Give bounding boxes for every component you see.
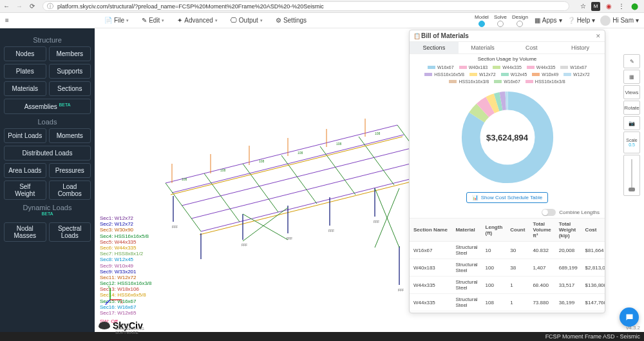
table-header: Count bbox=[506, 219, 529, 242]
file-menu[interactable]: 📄 File▾ bbox=[98, 13, 135, 28]
ext-icon-1[interactable]: M bbox=[591, 2, 600, 11]
star-icon[interactable]: ☆ bbox=[578, 2, 587, 11]
toolstrip: ✎ ▦ Views Rotate 📷 Scale 0.5 bbox=[623, 54, 640, 196]
svg-text:X: X bbox=[120, 300, 123, 304]
close-icon[interactable]: ✕ bbox=[596, 33, 601, 39]
svg-text:108: 108 bbox=[220, 168, 226, 172]
btn-spectral-loads[interactable]: Spectral Loads bbox=[49, 222, 91, 242]
swatch-item: W44x335 bbox=[493, 65, 522, 70]
url-bar[interactable]: ⓘ platform.skyciv.com/structural/?preloa… bbox=[43, 1, 569, 11]
svg-line-6 bbox=[204, 173, 240, 222]
btn-members[interactable]: Members bbox=[49, 46, 91, 61]
btn-nodal-masses[interactable]: Nodal Masses bbox=[4, 222, 46, 242]
btn-sections[interactable]: Sections bbox=[49, 81, 91, 96]
tool-views[interactable]: Views bbox=[623, 85, 640, 99]
btn-nodes[interactable]: Nodes bbox=[4, 46, 46, 61]
help-menu[interactable]: ❔ Help▾ bbox=[567, 17, 596, 24]
table-row[interactable]: W16x67Structural Steel1824.9002,401$9,80… bbox=[410, 311, 605, 313]
table-header: Length (ft) bbox=[482, 219, 507, 242]
info-icon: ⓘ bbox=[47, 2, 53, 11]
tab-materials[interactable]: Materials bbox=[459, 42, 507, 54]
browser-menu-icon[interactable]: ⋮ bbox=[617, 2, 626, 11]
swatch-item: HSS16x16x5/8 bbox=[424, 72, 464, 77]
tab-history[interactable]: History bbox=[556, 42, 605, 54]
user-menu[interactable]: Hi Sam▾ bbox=[600, 15, 639, 26]
edit-menu[interactable]: ✎ Edit▾ bbox=[135, 13, 171, 28]
forward-icon[interactable]: → bbox=[13, 3, 26, 10]
swatch-item: W16x67 bbox=[428, 65, 454, 70]
btn-assemblies[interactable]: Assemblies BETA bbox=[4, 99, 91, 114]
table-header: Total Weight (kip) bbox=[555, 219, 582, 242]
btn-load-combos[interactable]: Load Combos bbox=[49, 180, 91, 200]
bom-tabs: Sections Materials Cost History bbox=[410, 42, 605, 54]
btn-pressures[interactable]: Pressures bbox=[49, 163, 91, 178]
status-filename: FCSP Moment Frame ASD - Seismic bbox=[545, 333, 640, 340]
table-row[interactable]: W40x183Structural Steel100381,407689,199… bbox=[410, 259, 605, 277]
svg-line-7 bbox=[243, 164, 278, 212]
legend-item: Sec8: W12x45 bbox=[100, 257, 152, 262]
svg-text:FFF: FFF bbox=[374, 220, 379, 224]
tool-camera[interactable]: 📷 bbox=[623, 116, 640, 130]
tool-scale-slider[interactable] bbox=[623, 155, 640, 196]
cloud-icon bbox=[99, 322, 110, 329]
btn-moments[interactable]: Moments bbox=[49, 128, 91, 143]
swatch-item: W16x67 bbox=[560, 65, 587, 70]
swatch-item: HSS16x16x3/8 bbox=[449, 79, 489, 84]
btn-area-loads[interactable]: Area Loads bbox=[4, 163, 46, 178]
tool-pencil[interactable]: ✎ bbox=[623, 54, 640, 68]
legend-item: Sec17: W12x65 bbox=[100, 310, 152, 316]
sidebar-loads-title: Loads bbox=[4, 118, 91, 126]
legend-item: Sec3: W30x90 bbox=[100, 227, 152, 233]
bom-title: Bill of Materials bbox=[421, 32, 596, 39]
legend-item: Sec2: W12x72 bbox=[100, 221, 152, 227]
chat-button[interactable] bbox=[620, 307, 639, 327]
settings-menu[interactable]: ⚙ Settings bbox=[269, 13, 313, 28]
back-icon[interactable]: ← bbox=[0, 3, 13, 10]
table-row[interactable]: W16x67Structural Steel103040.83220,008$8… bbox=[410, 242, 605, 259]
btn-point-loads[interactable]: Point Loads bbox=[4, 128, 46, 143]
show-cost-button[interactable]: 📊 Show Cost Schedule Table bbox=[466, 192, 548, 203]
mode-design[interactable]: Design bbox=[511, 14, 529, 27]
tool-grid[interactable]: ▦ bbox=[623, 70, 640, 84]
svg-line-0 bbox=[166, 125, 397, 183]
mode-solve[interactable]: Solve bbox=[493, 14, 508, 27]
table-row[interactable]: W44x335Structural Steel108173.88036,199$… bbox=[410, 294, 605, 311]
swatch-item: HSS16x16x3/8 bbox=[526, 79, 565, 84]
menubar: ≡ 📄 File▾ ✎ Edit▾ ✦ Advanced▾ 🖵 Output▾ … bbox=[0, 13, 644, 28]
bom-subtitle: Section Usage by Volume bbox=[410, 54, 605, 64]
btn-supports[interactable]: Supports bbox=[49, 64, 91, 79]
statusbar: FCSP Moment Frame ASD - Seismic bbox=[0, 332, 644, 341]
table-row[interactable]: W44x335Structural Steel100168.40033,517$… bbox=[410, 277, 605, 294]
btn-materials[interactable]: Materials bbox=[4, 81, 46, 96]
output-menu[interactable]: 🖵 Output▾ bbox=[224, 13, 269, 28]
legend-item: Sec9: W10x49 bbox=[100, 263, 152, 269]
svg-line-5 bbox=[166, 183, 201, 231]
svg-text:FFF: FFF bbox=[328, 229, 334, 233]
tab-cost[interactable]: Cost bbox=[507, 42, 556, 54]
swatch-item: W12x72 bbox=[469, 72, 496, 77]
ext-icon-2[interactable]: ◉ bbox=[604, 2, 613, 11]
sidebar: Structure NodesMembers PlatesSupports Ma… bbox=[0, 28, 95, 332]
canvas[interactable]: 108108108 108108108 FFFFFFFFF FFFFFFFFF … bbox=[95, 28, 644, 332]
swatch-item: W40x183 bbox=[459, 65, 488, 70]
tab-sections[interactable]: Sections bbox=[410, 42, 459, 54]
reload-icon[interactable]: ⟳ bbox=[26, 3, 39, 10]
ext-icon-3[interactable]: ⬤ bbox=[630, 2, 639, 11]
browser-chrome: ← → ⟳ ⓘ platform.skyciv.com/structural/?… bbox=[0, 0, 644, 13]
swatch-item: W16x67 bbox=[494, 79, 520, 84]
axis-triad: Y X Z bbox=[105, 286, 124, 305]
swatch-item: W10x49 bbox=[532, 72, 558, 77]
combine-toggle[interactable] bbox=[542, 209, 556, 216]
mode-model[interactable]: Model bbox=[473, 14, 490, 27]
sidebar-structure-title: Structure bbox=[4, 36, 91, 44]
btn-plates[interactable]: Plates bbox=[4, 64, 46, 79]
hamburger-icon[interactable]: ≡ bbox=[0, 17, 14, 24]
btn-dist-loads[interactable]: Distributed Loads bbox=[4, 146, 91, 161]
btn-self-weight[interactable]: Self Weight bbox=[4, 180, 46, 200]
apps-menu[interactable]: ▦ Apps▾ bbox=[535, 17, 562, 24]
svg-line-13 bbox=[200, 177, 431, 235]
svg-text:108: 108 bbox=[298, 151, 303, 155]
advanced-menu[interactable]: ✦ Advanced▾ bbox=[171, 13, 223, 28]
tool-rotate[interactable]: Rotate bbox=[623, 101, 640, 115]
combine-label: Combine Lengths bbox=[559, 209, 600, 215]
